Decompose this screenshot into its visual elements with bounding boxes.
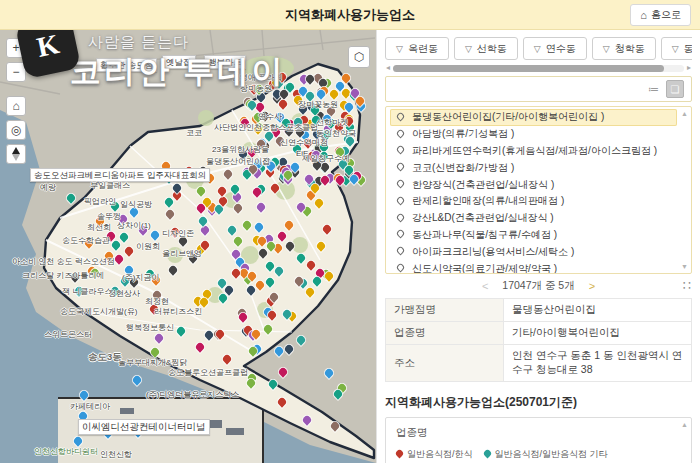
prev-page-button[interactable]: < xyxy=(482,280,488,292)
detail-label: 업종명 xyxy=(386,322,504,345)
filter-icon: ▽ xyxy=(672,44,679,54)
list-item-label: 아담방(의류/기성복점 ) xyxy=(412,127,514,141)
map-type-button[interactable]: ⬡ xyxy=(348,46,370,68)
map-poi-label: 크리스탈 키즈아틀리에 xyxy=(22,271,104,280)
map-poi-label: 이씨엠디선광컨테이너터미널 xyxy=(78,419,210,435)
detail-value: 인천 연수구 동춘 1 동 인천광역시 연수구 청능대로 38 xyxy=(504,345,692,382)
home-button-label: 홈으로 xyxy=(651,8,681,22)
district-tab-3[interactable]: ▽연수동 xyxy=(523,37,587,60)
map-poi-label: 디자인존 xyxy=(162,229,194,238)
app-window: 지역화폐사용가능업소 ⌂ 홈으로 xyxy=(0,0,700,463)
district-tab-2[interactable]: ▽선학동 xyxy=(454,37,518,60)
map-poi-label: 물댕동산어린이집 xyxy=(206,157,270,166)
district-tab-label: 선학동 xyxy=(477,42,507,56)
search-input[interactable] xyxy=(393,82,641,96)
next-page-button[interactable]: > xyxy=(589,280,595,292)
header: 지역화폐사용가능업소 ⌂ 홈으로 xyxy=(0,0,700,30)
district-tab-label: 옥련동 xyxy=(408,42,438,56)
list-settings-icon[interactable]: ≔ xyxy=(648,83,659,96)
list-item[interactable]: 아이파크크리닝(용역서비스/세탁소 ) xyxy=(390,243,677,260)
scrollbar-track[interactable] xyxy=(393,65,684,72)
tabs-scrollbar[interactable]: ◂ ▸ xyxy=(386,64,691,72)
legend-section-title: 지역화폐사용가능업소(250701기준) xyxy=(385,394,692,411)
map-labels: 황소관 송도점옛날집행복마트김영애 플라워장미농원장미꽃농원연수사사단법인인천종… xyxy=(0,30,376,463)
map-poi-label: 정현상사 xyxy=(108,289,140,298)
gps-location-button[interactable]: ◎ xyxy=(6,120,26,140)
list-item-label: 강산L&D(건축관련업/실내장식 ) xyxy=(412,211,554,225)
map-poi-label: 사단법인인천종합스포츠클럽 xyxy=(214,123,318,132)
list-item-label: 한양장식(건축관련업/실내장식 ) xyxy=(412,178,554,192)
list-item[interactable]: 물댕동산어린이집(기타/아이행복어린이집 ) xyxy=(390,109,677,126)
list-scroll-up-icon[interactable]: ▲ xyxy=(681,110,688,117)
expand-button[interactable]: ❏ xyxy=(666,80,684,98)
list-item[interactable]: 란제리할인매장(의류/내의판매점 ) xyxy=(390,193,677,210)
pin-icon xyxy=(396,179,406,189)
map-poi-label: 행복정보통신 xyxy=(126,323,174,332)
map-poi-label: 러뷰티즈스킨 xyxy=(154,307,202,316)
pin-icon xyxy=(396,111,406,121)
map-poi-label: 코코 xyxy=(186,128,202,137)
pin-icon xyxy=(396,195,406,205)
map-poi-label: (주)지금이 xyxy=(122,273,159,282)
home-button[interactable]: ⌂ 홈으로 xyxy=(630,4,691,26)
district-tab-5[interactable]: ▽동춘동 xyxy=(661,37,692,60)
store-details-table: 가맹점명물댕동산어린이집업종명기타/아이행복어린이집주소인천 연수구 동춘 1 … xyxy=(385,298,692,382)
legend-scroll-up-icon[interactable]: ▲ xyxy=(681,421,688,428)
detail-label: 주소 xyxy=(386,345,504,382)
map-poi-label: 연수사 xyxy=(258,112,282,121)
map-canvas[interactable]: 황소관 송도점옛날집행복마트김영애 플라워장미농원장미꽃농원연수사사단법인인천종… xyxy=(0,30,376,463)
map-poi-label: 부일클래스 xyxy=(90,181,130,190)
side-panel: ▽옥련동▽선학동▽연수동▽청학동▽동춘동▽송도동 ◂ ▸ ≔ ❏ ▲ ▼ 물댕동… xyxy=(376,30,700,463)
map-poi-label: 일식공방 xyxy=(120,200,152,209)
home-icon: ⌂ xyxy=(640,9,647,21)
district-tab-1[interactable]: ▽옥련동 xyxy=(385,37,449,60)
pin-icon xyxy=(396,212,406,222)
pagination-label: 17047개 중 5개 xyxy=(502,279,574,293)
map-poi-label: 23을위한사람들 xyxy=(212,145,269,154)
list-item[interactable]: 동산과나무(직물/침구류/수예점 ) xyxy=(390,227,677,244)
scrollbar-thumb[interactable] xyxy=(393,65,664,72)
list-item-label: 코코(신변잡화/가방점 ) xyxy=(412,161,514,175)
filter-icon: ▽ xyxy=(603,44,610,54)
district-tab-label: 연수동 xyxy=(546,42,576,56)
map-poi-label: 송도블루오션골프클럽 xyxy=(168,368,248,377)
map-poi-label: 잭 니클라우스 xyxy=(62,287,112,296)
district-tab-4[interactable]: ▽청학동 xyxy=(592,37,656,60)
list-item-label: 신도시약국(의료기관/제약/약국 ) xyxy=(412,262,557,274)
list-item[interactable]: 아담방(의류/기성복점 ) xyxy=(390,126,677,143)
legend-items: 일반음식점/한식일반음식점/일반음식점 기타휴게음식점/커피/음료전문점미용/미… xyxy=(396,448,675,463)
map-home-button[interactable]: ⌂ xyxy=(6,96,26,116)
compass-needle-icon xyxy=(12,147,20,161)
map-poi-label: 선학마켓 xyxy=(316,118,348,127)
list-item-label: 동산과나무(직물/침구류/수예점 ) xyxy=(412,228,557,242)
list-item[interactable]: 파리바게뜨연수럭키(휴게음식점/제과점/아이스크림점 ) xyxy=(390,143,677,160)
legend-item-label: 일반음식점/한식 xyxy=(407,448,473,461)
compass-button[interactable] xyxy=(6,144,26,164)
watermark-tagline: 사람을 듣는다 xyxy=(88,33,189,52)
scroll-left-icon[interactable]: ◂ xyxy=(386,64,390,72)
detail-value: 기타/아이행복어린이집 xyxy=(504,322,692,345)
legend-item: 일반음식점/한식 xyxy=(396,448,473,461)
list-item[interactable]: 신도시약국(의료기관/제약/약국 ) xyxy=(390,260,677,274)
scroll-right-icon[interactable]: ▸ xyxy=(687,64,691,72)
list-item[interactable]: 코코(신변잡화/가방점 ) xyxy=(390,159,677,176)
search-box: ≔ ❏ xyxy=(385,76,692,102)
legend-subtitle: 업종명 xyxy=(396,426,675,440)
pin-icon xyxy=(396,145,406,155)
map-poi-label: 최선희 xyxy=(87,223,111,232)
list-scroll-down-icon[interactable]: ▼ xyxy=(681,263,688,270)
list-item[interactable]: 한양장식(건축관련업/실내장식 ) xyxy=(390,176,677,193)
list-item[interactable]: 강산L&D(건축관련업/실내장식 ) xyxy=(390,210,677,227)
pin-icon xyxy=(396,263,406,273)
map-poi-label: 스위트몬스터 xyxy=(44,330,92,339)
store-list: ▲ ▼ 물댕동산어린이집(기타/아이행복어린이집 )아담방(의류/기성복점 )파… xyxy=(385,106,692,274)
filter-icon: ▽ xyxy=(465,44,472,54)
legend-box: ▲ ▼ 업종명 일반음식점/한식일반음식점/일반음식점 기타휴게음식점/커피/음… xyxy=(385,417,692,463)
map-poi-label: 카페테리아 xyxy=(70,402,110,411)
list-item-label: 파리바게뜨연수럭키(휴게음식점/제과점/아이스크림점 ) xyxy=(412,144,657,158)
list-item-label: 물댕동산어린이집(기타/아이행복어린이집 ) xyxy=(412,110,604,124)
legend-pin-icon xyxy=(482,449,492,459)
cluster-toggle-icon[interactable]: ∷ xyxy=(683,278,691,293)
legend-item-label: 일반음식점/일반음식점 기타 xyxy=(495,448,608,461)
map-poi-label: 최정현 xyxy=(145,297,169,306)
